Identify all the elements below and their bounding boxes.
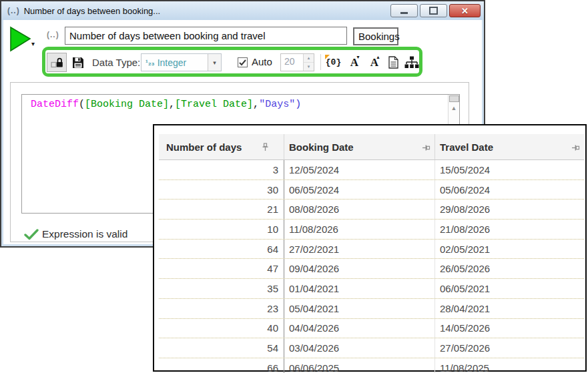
table-row[interactable]: 4004/04/202614/05/2026	[159, 319, 584, 339]
table-row[interactable]: 6606/06/202511/08/2025	[159, 358, 584, 373]
play-icon	[9, 26, 32, 53]
length-spinner[interactable]: 20 ▲ ▼	[280, 53, 314, 71]
code-token: [Booking Date]	[85, 99, 169, 110]
scrollbar-splitter[interactable]	[449, 95, 459, 102]
expression-field-icon: (..)	[47, 30, 59, 39]
cell[interactable]: 64	[159, 240, 284, 259]
cell[interactable]: 28/04/2021	[435, 299, 584, 318]
cell[interactable]: 03/04/2026	[284, 338, 435, 358]
maximize-button[interactable]	[420, 4, 447, 17]
table-row[interactable]: 4709/04/202626/05/2026	[159, 259, 584, 279]
spin-up-button[interactable]: ▲	[304, 54, 314, 63]
cell[interactable]: 08/08/2026	[284, 200, 435, 219]
lock-icon	[51, 57, 63, 68]
field-name-input[interactable]	[65, 27, 347, 45]
pin-horizontal-icon	[571, 142, 580, 153]
column-header-label: Booking Date	[289, 141, 354, 153]
scroll-up-button[interactable]: ▲	[449, 102, 459, 114]
caret-down-icon: ▼	[356, 55, 360, 59]
cell[interactable]: 47	[159, 259, 284, 278]
close-button[interactable]: ✕	[449, 4, 481, 17]
cell[interactable]: 05/04/2021	[284, 299, 435, 318]
length-value: 20	[281, 54, 303, 71]
document-button[interactable]	[385, 53, 401, 71]
pin-horizontal-icon	[422, 142, 430, 153]
results-grid: Number of daysBooking DateTravel Date 31…	[159, 134, 584, 373]
spinner-buttons: ▲ ▼	[303, 54, 314, 71]
table-button[interactable]: Bookings	[353, 27, 398, 45]
cell[interactable]: 35	[159, 279, 284, 298]
cell[interactable]: 04/04/2026	[284, 319, 435, 338]
table-row[interactable]: 312/05/202415/05/2024	[159, 160, 584, 180]
titlebar[interactable]: (..) Number of days between booking... ✕	[1, 1, 484, 20]
cell[interactable]: 40	[159, 319, 284, 338]
grid-header-row: Number of daysBooking DateTravel Date	[159, 134, 584, 160]
column-header-booking-date[interactable]: Booking Date	[284, 134, 435, 159]
run-dropdown-caret[interactable]: ▾	[31, 40, 35, 47]
cell[interactable]: 06/06/2025	[284, 358, 435, 373]
cell[interactable]: 27/05/2026	[435, 338, 584, 358]
table-row[interactable]: 3006/05/202405/06/2024	[159, 180, 584, 200]
cell[interactable]: 15/05/2024	[435, 160, 584, 179]
table-row[interactable]: 2108/08/202629/08/2026	[159, 200, 584, 220]
window-title: Number of days between booking...	[24, 6, 161, 16]
cell[interactable]: 29/08/2026	[435, 200, 584, 219]
auto-label: Auto	[252, 56, 272, 67]
cell[interactable]: 06/05/2024	[284, 180, 435, 200]
validation-status-text: Expression is valid	[42, 228, 127, 240]
column-header-number-of-days[interactable]: Number of days	[159, 134, 284, 159]
cell[interactable]: 10	[159, 220, 284, 239]
cell[interactable]: 26/05/2026	[435, 259, 584, 278]
auto-checkbox[interactable]	[238, 57, 248, 67]
cell[interactable]: 14/05/2026	[435, 319, 584, 338]
cell[interactable]: 54	[159, 338, 284, 358]
lock-button[interactable]	[47, 53, 67, 72]
cell[interactable]: 11/08/2025	[435, 358, 584, 373]
cell[interactable]: 27/02/2021	[284, 240, 435, 259]
cell[interactable]: 66	[159, 358, 284, 373]
save-button[interactable]	[69, 53, 87, 71]
integer-type-icon: ¹₂₃	[145, 59, 155, 67]
hierarchy-button[interactable]	[402, 53, 421, 71]
table-row[interactable]: 2305/04/202128/04/2021	[159, 299, 584, 319]
code-token: )	[295, 99, 301, 110]
code-token: [Travel Date]	[175, 99, 253, 110]
cell[interactable]: 05/06/2024	[435, 180, 584, 200]
cell[interactable]: 09/04/2026	[284, 259, 435, 278]
minimize-icon	[400, 12, 408, 14]
code-token: ,	[169, 99, 175, 110]
cell[interactable]: 01/04/2021	[284, 279, 435, 298]
cell[interactable]: 30	[159, 180, 284, 200]
spin-down-button[interactable]: ▼	[304, 63, 314, 71]
column-header-travel-date[interactable]: Travel Date	[435, 134, 584, 159]
table-row[interactable]: 1011/08/202621/08/2026	[159, 220, 584, 240]
code-token: (	[79, 99, 85, 110]
minimize-button[interactable]	[390, 4, 418, 17]
font-increase-button[interactable]: A ▲	[365, 53, 384, 71]
run-button[interactable]	[8, 26, 33, 53]
expression-code-line: DateDiff([Booking Date],[Travel Date],"D…	[31, 99, 301, 110]
toolbar-separator	[320, 54, 321, 70]
tree-icon	[404, 56, 419, 69]
save-icon	[72, 57, 84, 69]
screen: (..) Number of days between booking... ✕…	[0, 0, 588, 373]
data-type-dropdown[interactable]: ¹₂₃ Integer ▾	[141, 53, 222, 71]
maximize-icon	[429, 7, 438, 15]
font-decrease-button[interactable]: A ▼	[345, 53, 364, 71]
cell[interactable]: 21/08/2026	[435, 220, 584, 239]
expression-window-icon: (..)	[7, 6, 20, 15]
cell[interactable]: 21	[159, 200, 284, 219]
insert-field-button[interactable]: {0}	[324, 53, 342, 71]
dropdown-arrow-button[interactable]: ▾	[208, 54, 221, 71]
cell[interactable]: 23	[159, 299, 284, 318]
cell[interactable]: 06/05/2021	[435, 279, 584, 298]
table-row[interactable]: 5403/04/202627/05/2026	[159, 338, 584, 358]
cell[interactable]: 11/08/2026	[284, 220, 435, 239]
column-header-label: Travel Date	[440, 141, 493, 153]
cell[interactable]: 12/05/2024	[284, 160, 435, 179]
cell[interactable]: 3	[159, 160, 284, 179]
cell[interactable]: 02/05/2021	[435, 240, 584, 259]
table-row[interactable]: 6427/02/202102/05/2021	[159, 240, 584, 260]
pin-vertical-icon	[262, 142, 269, 153]
table-row[interactable]: 3501/04/202106/05/2021	[159, 279, 584, 299]
